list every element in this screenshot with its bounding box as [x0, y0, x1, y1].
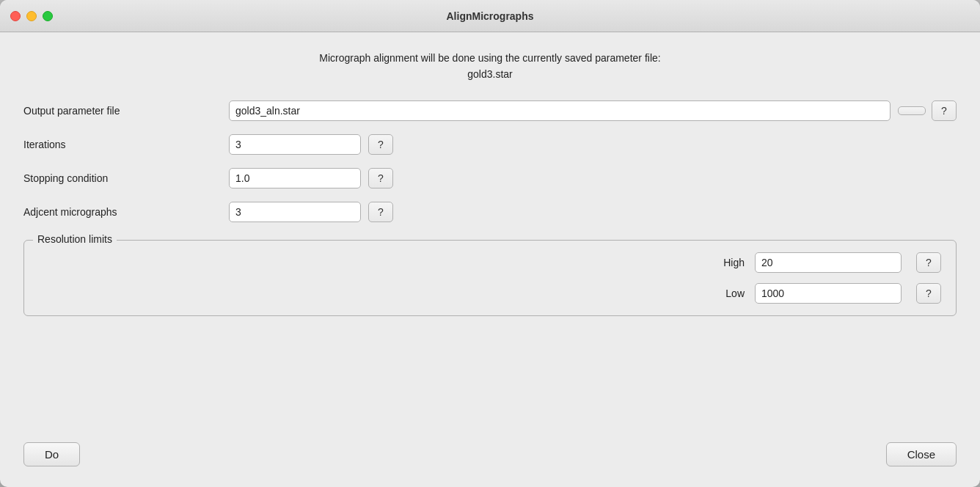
close-button[interactable]: Close: [886, 442, 957, 466]
subtitle-line1: Micrograph alignment will be done using …: [319, 52, 660, 64]
content-area: Micrograph alignment will be done using …: [0, 32, 980, 487]
resolution-limits-legend: Resolution limits: [33, 233, 117, 245]
footer-buttons: Do Close: [23, 431, 957, 466]
subtitle: Micrograph alignment will be done using …: [23, 50, 957, 83]
stopping-condition-label: Stopping condition: [23, 172, 229, 184]
low-input[interactable]: [755, 283, 902, 304]
output-param-help-button[interactable]: ?: [932, 100, 957, 121]
high-label: High: [723, 257, 745, 268]
adjacent-micrographs-row: Adjcent micrographs ?: [23, 202, 957, 222]
stopping-condition-input[interactable]: [229, 168, 361, 188]
high-row: High ?: [39, 252, 941, 273]
output-param-label: Output parameter file: [23, 105, 229, 117]
low-label: Low: [725, 288, 745, 299]
stopping-condition-help-button[interactable]: ?: [368, 168, 393, 188]
iterations-help-button[interactable]: ?: [368, 134, 393, 155]
low-help-button[interactable]: ?: [916, 283, 941, 304]
adjacent-micrographs-label: Adjcent micrographs: [23, 206, 229, 218]
resolution-limits-group: Resolution limits High ? Low ?: [23, 240, 957, 316]
output-param-row: Output parameter file ?: [23, 100, 957, 121]
iterations-row: Iterations ?: [23, 134, 957, 155]
stopping-condition-row: Stopping condition ?: [23, 168, 957, 188]
iterations-label: Iterations: [23, 139, 229, 150]
output-param-input[interactable]: [229, 100, 891, 121]
do-button[interactable]: Do: [23, 442, 80, 466]
maximize-window-button[interactable]: [43, 11, 53, 21]
close-window-button[interactable]: [10, 11, 21, 21]
subtitle-line2: gold3.star: [467, 68, 512, 80]
titlebar: AlignMicrographs: [0, 0, 980, 32]
adjacent-micrographs-input[interactable]: [229, 202, 361, 222]
high-help-button[interactable]: ?: [916, 252, 941, 273]
adjacent-micrographs-help-button[interactable]: ?: [368, 202, 393, 222]
minimize-window-button[interactable]: [26, 11, 37, 21]
low-row: Low ?: [39, 283, 941, 304]
window-title: AlignMicrographs: [446, 10, 533, 22]
main-window: AlignMicrographs Micrograph alignment wi…: [0, 0, 980, 487]
high-input[interactable]: [755, 252, 902, 273]
iterations-input[interactable]: [229, 134, 361, 155]
traffic-lights: [10, 11, 53, 21]
load-button[interactable]: [898, 106, 926, 115]
